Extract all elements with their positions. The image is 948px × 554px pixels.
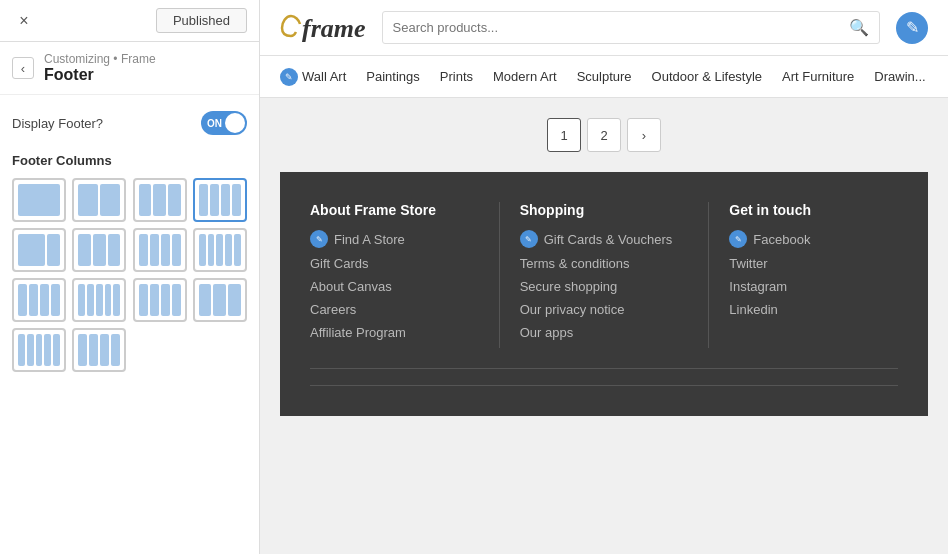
col-bar xyxy=(89,334,98,366)
col-bar xyxy=(199,184,208,216)
col-bar xyxy=(210,184,219,216)
col-bar xyxy=(18,284,27,316)
nav-item-modern-art[interactable]: Modern Art xyxy=(493,69,557,84)
search-icon[interactable]: 🔍 xyxy=(849,18,869,37)
column-option-9[interactable] xyxy=(12,278,66,322)
col-bar xyxy=(199,284,212,316)
column-option-12[interactable] xyxy=(193,278,247,322)
col-bar xyxy=(225,234,232,266)
logo: frame xyxy=(280,12,366,44)
footer-col-contact: Get in touch Facebook Twitter Instagram … xyxy=(729,202,898,348)
footer-link-label: Twitter xyxy=(729,256,767,271)
footer-preview: About Frame Store Find A Store Gift Card… xyxy=(280,172,928,416)
col-bar xyxy=(18,184,60,216)
col-bar xyxy=(221,184,230,216)
column-option-3[interactable] xyxy=(133,178,187,222)
footer-link-dot-icon xyxy=(520,230,538,248)
search-input[interactable] xyxy=(393,20,849,35)
logo-icon xyxy=(280,14,302,38)
column-option-7[interactable] xyxy=(133,228,187,272)
footer-link-terms[interactable]: Terms & conditions xyxy=(520,256,689,271)
footer-link-label: Careers xyxy=(310,302,356,317)
footer-link-affiliate[interactable]: Affiliate Program xyxy=(310,325,479,340)
footer-link-twitter[interactable]: Twitter xyxy=(729,256,898,271)
col-bar xyxy=(53,334,60,366)
search-bar: 🔍 xyxy=(382,11,880,44)
column-option-5[interactable] xyxy=(12,228,66,272)
nav-item-outdoor[interactable]: Outdoor & Lifestyle xyxy=(652,69,763,84)
nav-item-label: Modern Art xyxy=(493,69,557,84)
footer-link-label: Our privacy notice xyxy=(520,302,625,317)
col-bar xyxy=(228,284,241,316)
section-title: Footer xyxy=(44,66,94,83)
panel-content: Display Footer? ON Footer Columns xyxy=(0,95,259,554)
footer-link-linkedin[interactable]: Linkedin xyxy=(729,302,898,317)
footer-link-instagram[interactable]: Instagram xyxy=(729,279,898,294)
footer-link-about-canvas[interactable]: About Canvas xyxy=(310,279,479,294)
nav-item-drawing[interactable]: Drawin... xyxy=(874,69,925,84)
back-nav: ‹ Customizing • Frame Footer xyxy=(0,42,259,95)
edit-icon: ✎ xyxy=(906,18,919,37)
footer-link-gift-cards[interactable]: Gift Cards xyxy=(310,256,479,271)
left-panel: × Published ‹ Customizing • Frame Footer… xyxy=(0,0,260,554)
col-bar xyxy=(78,284,85,316)
next-page-button[interactable]: › xyxy=(627,118,661,152)
published-button[interactable]: Published xyxy=(156,8,247,33)
col-bar xyxy=(111,334,120,366)
page-button-1[interactable]: 1 xyxy=(547,118,581,152)
footer-link-dot-icon xyxy=(310,230,328,248)
col-bar xyxy=(139,234,148,266)
footer-link-gift-vouchers[interactable]: Gift Cards & Vouchers xyxy=(520,230,689,248)
col-bar xyxy=(232,184,241,216)
nav-links: Wall Art Paintings Prints Modern Art Scu… xyxy=(260,56,948,98)
col-bar xyxy=(216,234,223,266)
footer-col-title: Shopping xyxy=(520,202,689,218)
footer-link-secure[interactable]: Secure shopping xyxy=(520,279,689,294)
nav-item-prints[interactable]: Prints xyxy=(440,69,473,84)
nav-item-art-furniture[interactable]: Art Furniture xyxy=(782,69,854,84)
col-bar xyxy=(172,234,181,266)
column-option-2[interactable] xyxy=(72,178,126,222)
nav-item-wall-art[interactable]: Wall Art xyxy=(280,68,346,86)
col-bar xyxy=(139,284,148,316)
column-option-8[interactable] xyxy=(193,228,247,272)
footer-link-label: Gift Cards & Vouchers xyxy=(544,232,673,247)
edit-button[interactable]: ✎ xyxy=(896,12,928,44)
footer-link-find-store[interactable]: Find A Store xyxy=(310,230,479,248)
footer-link-apps[interactable]: Our apps xyxy=(520,325,689,340)
display-footer-toggle[interactable]: ON xyxy=(201,111,247,135)
col-bar xyxy=(78,334,87,366)
nav-item-label: Drawin... xyxy=(874,69,925,84)
footer-link-label: Affiliate Program xyxy=(310,325,406,340)
footer-link-facebook[interactable]: Facebook xyxy=(729,230,898,248)
back-arrow-button[interactable]: ‹ xyxy=(12,57,34,79)
footer-link-careers[interactable]: Careers xyxy=(310,302,479,317)
close-button[interactable]: × xyxy=(12,9,36,33)
col-bar xyxy=(96,284,103,316)
footer-link-privacy[interactable]: Our privacy notice xyxy=(520,302,689,317)
column-option-13[interactable] xyxy=(12,328,66,372)
footer-link-label: Linkedin xyxy=(729,302,777,317)
column-option-4[interactable] xyxy=(193,178,247,222)
nav-item-label: Sculpture xyxy=(577,69,632,84)
column-option-6[interactable] xyxy=(72,228,126,272)
footer-link-label: About Canvas xyxy=(310,279,392,294)
footer-link-label: Find A Store xyxy=(334,232,405,247)
column-option-11[interactable] xyxy=(133,278,187,322)
footer-link-label: Gift Cards xyxy=(310,256,369,271)
footer-link-label: Facebook xyxy=(753,232,810,247)
column-option-14[interactable] xyxy=(72,328,126,372)
nav-item-sculpture[interactable]: Sculpture xyxy=(577,69,632,84)
column-option-10[interactable] xyxy=(72,278,126,322)
col-bar xyxy=(161,284,170,316)
breadcrumb: Customizing • Frame xyxy=(44,52,156,66)
col-bar xyxy=(29,284,38,316)
col-bar xyxy=(150,284,159,316)
page-button-2[interactable]: 2 xyxy=(587,118,621,152)
nav-item-label: Prints xyxy=(440,69,473,84)
footer-bottom xyxy=(310,385,898,396)
nav-item-paintings[interactable]: Paintings xyxy=(366,69,419,84)
column-option-1[interactable] xyxy=(12,178,66,222)
col-bar xyxy=(47,234,60,266)
nav-dot-icon xyxy=(280,68,298,86)
